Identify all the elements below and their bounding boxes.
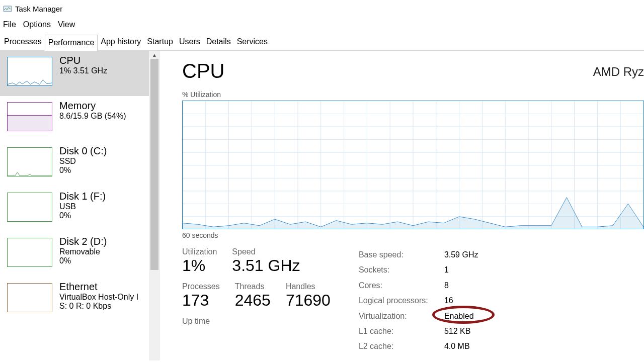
window-title: Task Manager	[15, 5, 62, 13]
tab-details[interactable]: Details	[203, 34, 234, 50]
sidebar-disk2-sub2: 0%	[59, 256, 107, 265]
sidebar-eth-title: Ethernet	[59, 281, 138, 293]
l2-cache-value: 4.0 MB	[444, 339, 490, 354]
tab-startup[interactable]: Startup	[144, 34, 176, 50]
performance-sidebar: CPU 1% 3.51 GHz Memory 8.6/15.9 GB (54%)	[0, 51, 161, 360]
stats-area: Utilization 1% Speed 3.51 GHz Processes …	[182, 247, 644, 354]
main-panel: CPU AMD Ryz % Utilization	[161, 51, 644, 360]
ethernet-thumb-chart	[7, 283, 52, 312]
processes-value: 173	[182, 291, 220, 310]
sidebar-disk1-sub2: 0%	[59, 211, 106, 220]
scrollbar-thumb[interactable]	[150, 59, 158, 270]
sidebar-item-disk1[interactable]: Disk 1 (F:) USB 0%	[0, 187, 149, 232]
virtualization-value: Enabled	[444, 309, 490, 324]
sidebar-disk1-sub1: USB	[59, 202, 106, 211]
chart-x-label: 60 seconds	[182, 231, 644, 239]
l1-cache-label: L1 cache:	[359, 324, 444, 339]
menu-view[interactable]: View	[58, 20, 75, 29]
sidebar-memory-sub: 8.6/15.9 GB (54%)	[59, 112, 126, 121]
sidebar-disk2-title: Disk 2 (D:)	[59, 236, 107, 247]
tab-app-history[interactable]: App history	[98, 34, 144, 50]
sidebar-item-memory[interactable]: Memory 8.6/15.9 GB (54%)	[0, 96, 149, 141]
tabbar: Processes Performance App history Startu…	[0, 34, 644, 51]
handles-label: Handles	[286, 282, 331, 291]
sidebar-item-ethernet[interactable]: Ethernet VirtualBox Host-Only I S: 0 R: …	[0, 277, 149, 322]
l2-cache-label: L2 cache:	[359, 339, 444, 354]
sidebar-disk0-sub1: SSD	[59, 157, 107, 166]
cpu-thumb-chart	[7, 57, 52, 86]
tab-performance[interactable]: Performance	[45, 35, 98, 51]
tab-processes[interactable]: Processes	[1, 34, 45, 50]
utilization-label: Utilization	[182, 247, 217, 256]
menu-file[interactable]: File	[3, 20, 16, 29]
svg-rect-1	[8, 115, 52, 131]
memory-thumb-chart	[7, 102, 52, 131]
page-title: CPU	[182, 60, 224, 82]
sidebar-item-disk2[interactable]: Disk 2 (D:) Removable 0%	[0, 232, 149, 277]
cpu-utilization-chart	[182, 101, 644, 229]
sidebar-disk2-sub1: Removable	[59, 247, 107, 256]
task-manager-icon	[3, 4, 12, 13]
speed-value: 3.51 GHz	[232, 256, 300, 275]
virtualization-label: Virtualization:	[359, 309, 444, 324]
sidebar-eth-sub1: VirtualBox Host-Only I	[59, 293, 138, 302]
sidebar-disk0-title: Disk 0 (C:)	[59, 145, 107, 157]
uptime-label: Up time	[182, 317, 331, 326]
threads-value: 2465	[235, 291, 271, 310]
logical-processors-value: 16	[444, 293, 490, 308]
base-speed-label: Base speed:	[359, 247, 444, 262]
sidebar-item-cpu[interactable]: CPU 1% 3.51 GHz	[0, 51, 149, 96]
sidebar-item-disk0[interactable]: Disk 0 (C:) SSD 0%	[0, 141, 149, 187]
chart-y-label: % Utilization	[182, 90, 644, 99]
sidebar-list: CPU 1% 3.51 GHz Memory 8.6/15.9 GB (54%)	[0, 51, 149, 360]
sidebar-scrollbar[interactable]: ▲	[149, 51, 160, 360]
l1-cache-value: 512 KB	[444, 324, 490, 339]
sidebar-memory-title: Memory	[59, 100, 126, 112]
cores-value: 8	[444, 278, 490, 293]
menubar: File Options View	[0, 17, 644, 34]
tab-services[interactable]: Services	[234, 34, 271, 50]
cores-label: Cores:	[359, 278, 444, 293]
speed-label: Speed	[232, 247, 300, 256]
utilization-value: 1%	[182, 256, 217, 275]
base-speed-value: 3.59 GHz	[444, 247, 490, 262]
handles-value: 71690	[286, 291, 331, 310]
cpu-model-name: AMD Ryz	[593, 65, 644, 79]
logical-processors-label: Logical processors:	[359, 293, 444, 308]
content-area: CPU 1% 3.51 GHz Memory 8.6/15.9 GB (54%)	[0, 51, 644, 360]
disk2-thumb-chart	[7, 238, 52, 267]
menu-options[interactable]: Options	[23, 20, 51, 29]
threads-label: Threads	[235, 282, 271, 291]
disk1-thumb-chart	[7, 193, 52, 222]
cpu-spec-table: Base speed:3.59 GHz Sockets:1 Cores:8 Lo…	[359, 247, 490, 354]
scrollbar-track[interactable]	[149, 59, 160, 360]
sockets-label: Sockets:	[359, 262, 444, 278]
sockets-value: 1	[444, 262, 490, 278]
titlebar: Task Manager	[0, 0, 644, 17]
sidebar-cpu-title: CPU	[59, 55, 107, 66]
tab-users[interactable]: Users	[176, 34, 203, 50]
disk0-thumb-chart	[7, 147, 52, 176]
processes-label: Processes	[182, 282, 220, 291]
chevron-up-icon[interactable]: ▲	[149, 51, 160, 59]
sidebar-disk1-title: Disk 1 (F:)	[59, 191, 106, 202]
sidebar-eth-sub2: S: 0 R: 0 Kbps	[59, 302, 138, 311]
sidebar-disk0-sub2: 0%	[59, 166, 107, 175]
sidebar-cpu-sub: 1% 3.51 GHz	[59, 66, 107, 75]
